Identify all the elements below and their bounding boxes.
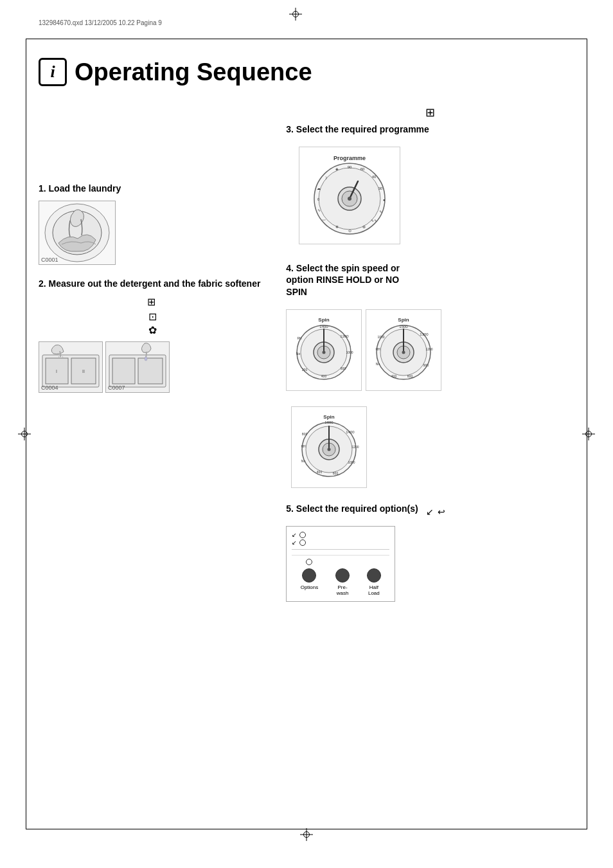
spin-dial-1-svg: Spin 1400 1200 1000 800 400 200 No RH [292,315,356,383]
halfload-button-label: HalfLoad [368,584,380,596]
spin-dial-3-wrapper: Spin 1600 1400 1200 1000 600 400 No RH [291,401,574,493]
two-column-layout: 1. Load the laundry [39,105,574,602]
svg-text:200: 200 [302,368,308,372]
crosshair-left [18,428,31,440]
drawer-image-1: I II C0004 [39,341,103,393]
laundry-image: C0001 [39,201,116,265]
step1-area: 1. Load the laundry [39,183,267,265]
laundry-image-container: C0001 [39,201,267,265]
svg-text:I: I [56,369,57,374]
step3-area: ⊞ 3. Select the required programme Progr… [286,105,574,249]
halfload-button-group: HalfLoad [367,559,381,596]
halfload-button[interactable] [367,568,381,583]
programme-dial: Programme 90 60 40 30 ● ∿ [299,147,400,244]
prewash-button[interactable] [335,568,350,583]
step4-heading: 4. Select the spin speed oroption RINSE … [286,262,574,298]
programme-icon: ⊞ [425,106,435,119]
options-button-group: Options [301,559,319,596]
svg-text:400: 400 [317,470,323,474]
drawer-image-2-code: C0007 [108,384,125,391]
spin-dials-top-row: Spin 1400 1200 1000 800 400 200 No RH [286,304,574,396]
file-info: 132984670.qxd 13/12/2005 10.22 Pagina 9 [39,19,162,26]
svg-text:RH: RH [298,336,303,340]
svg-text:〰: 〰 [322,219,326,222]
prewash-button-group: Pre-wash [335,559,350,596]
option-icon-2: ↙ [292,539,297,546]
spin-dial-1: Spin 1400 1200 1000 800 400 200 No RH [286,309,362,391]
svg-text:1200: 1200 [426,347,433,351]
svg-text:No: No [296,352,301,356]
info-icon-letter: i [50,62,55,82]
svg-text:∿: ∿ [379,210,382,213]
svg-text:1600: 1600 [325,420,334,424]
wash-symbol-row1: ⊞ [39,296,267,308]
step3-icon: ⊞ [286,105,574,120]
svg-text:☁: ☁ [317,186,321,190]
drawer-image-2: C0007 [105,341,170,393]
svg-text:II: II [82,369,85,374]
svg-text:⊙: ⊙ [348,229,351,233]
border-top [26,39,587,39]
svg-text:1500: 1500 [400,325,409,329]
drawer-images: I II C0004 [39,341,267,393]
wash-symbol-row3: ✿ [39,324,267,336]
spin-dial-2-svg: Spin 1500 1300 1200 900 600 400 No RH [371,315,436,383]
left-column: 1. Load the laundry [39,105,280,602]
crosshair-bottom [300,828,313,841]
svg-point-64 [402,350,405,354]
step5-heading-row: 5. Select the required option(s) ↙ ↩ [286,503,574,521]
svg-text:400: 400 [391,374,397,378]
option-indicator-2 [299,539,306,546]
svg-text:400: 400 [321,374,327,378]
file-info-text: 132984670.qxd 13/12/2005 10.22 Pagina 9 [39,19,162,26]
spin-dial-3: Spin 1600 1400 1200 1000 600 400 No RH [291,406,367,488]
svg-text:900: 900 [423,363,429,367]
prewash-button-label: Pre-wash [337,584,349,596]
svg-text:●: ● [383,198,386,202]
svg-text:1000: 1000 [378,335,385,339]
fabric-softener-icon: ✿ [148,325,157,336]
svg-text:1400: 1400 [320,325,329,329]
svg-text:1000: 1000 [346,350,353,354]
wash-symbol-icon2: ⊡ [148,311,157,322]
options-panel: ↙ ↙ [286,526,395,602]
step5-area: 5. Select the required option(s) ↙ ↩ ↙ ↙ [286,503,574,602]
options-indicator [306,559,312,565]
step4-area: 4. Select the spin speed oroption RINSE … [286,262,574,493]
step3-heading: 3. Select the required programme [286,123,574,135]
step5-heading: 5. Select the required option(s) [286,503,418,514]
svg-text:600: 600 [407,374,413,378]
drawer-image-1-code: C0004 [41,384,58,391]
wash-symbol-row2: ⊡ [39,311,267,323]
svg-text:40: 40 [372,175,377,179]
svg-text:No: No [376,362,380,366]
options-divider [292,549,389,550]
options-buttons-row: Options Pre-wash HalfLoad [292,555,389,596]
wash-symbol-icons: ⊞ [147,296,158,307]
svg-point-80 [328,448,331,451]
svg-text:⊛: ⊛ [362,225,366,229]
crosshair-right [582,428,595,440]
svg-text:Programme: Programme [333,155,366,161]
programme-dial-container: Programme 90 60 40 30 ● ∿ [299,141,574,249]
svg-text:1200: 1200 [352,445,359,449]
step1-heading: 1. Load the laundry [39,183,267,194]
svg-text:☽: ☽ [324,176,327,180]
svg-text:1400: 1400 [346,430,355,434]
laundry-image-code: C0001 [41,257,58,263]
options-button[interactable] [302,568,316,583]
info-icon: i [39,58,67,86]
svg-text:Spin: Spin [398,317,409,323]
svg-text:800: 800 [302,432,308,436]
options-row-2: ↙ [292,539,389,546]
step2-heading: 2. Measure out the detergent and the fab… [39,278,267,289]
crosshair-top [289,8,302,21]
step2-area: 2. Measure out the detergent and the fab… [39,278,267,393]
svg-text:1300: 1300 [420,332,429,336]
laundry-svg [39,201,115,264]
svg-text:30: 30 [378,186,383,190]
svg-text:◈: ◈ [335,167,339,171]
options-row-1: ↙ [292,532,389,538]
svg-text:600: 600 [333,471,339,475]
option-indicator-1 [299,532,306,538]
